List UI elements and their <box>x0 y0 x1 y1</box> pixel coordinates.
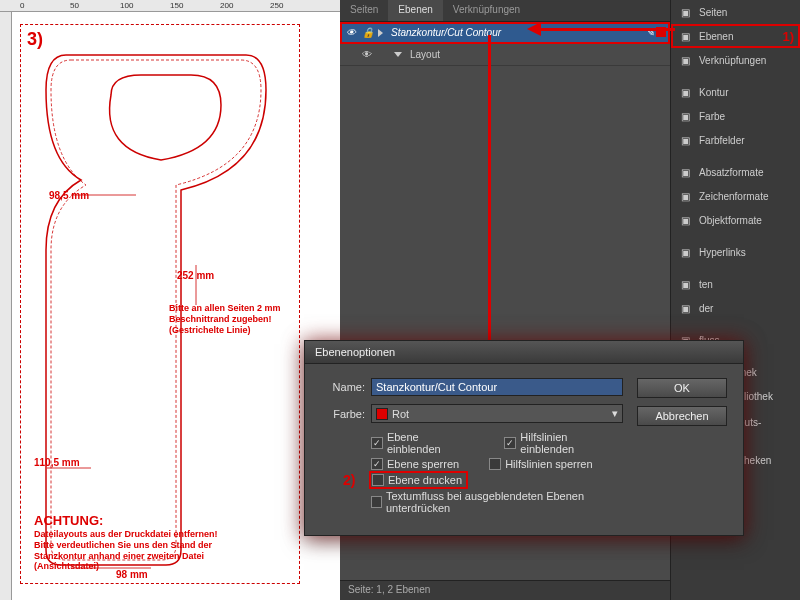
side-item-label: Hyperlinks <box>699 247 746 258</box>
para-styles-icon: ▣ <box>677 164 693 180</box>
name-label: Name: <box>321 381 365 393</box>
checkbox-textwrap[interactable] <box>371 496 382 508</box>
annotation-arrow <box>540 28 675 31</box>
canvas[interactable]: 3) 98,5 mm 252 mm Bitte an allen Seiten … <box>12 12 340 600</box>
color-label: Farbe: <box>321 408 365 420</box>
color-swatch <box>376 408 388 420</box>
checkbox-lock-layer[interactable] <box>371 458 383 470</box>
dim-top: 98,5 mm <box>49 190 89 201</box>
warning-text: Dateilayouts aus der Druckdatei entferne… <box>34 529 264 572</box>
tab-layers[interactable]: Ebenen <box>388 0 442 21</box>
side-item-kontur[interactable]: ▣Kontur <box>671 80 800 104</box>
dim-left: 110,5 mm <box>34 457 80 468</box>
arrow-head <box>527 22 541 36</box>
side-item-label: Kontur <box>699 87 728 98</box>
side-item-label: Zeichenformate <box>699 191 768 202</box>
tab-pages[interactable]: Seiten <box>340 0 388 21</box>
dim-bottom: 98 mm <box>116 569 148 580</box>
layer-options-dialog: Ebenenoptionen Name: Farbe: Rot ▾ Ebene … <box>304 340 744 536</box>
dialog-title: Ebenenoptionen <box>305 341 743 364</box>
side-item-objektformate[interactable]: ▣Objektformate <box>671 208 800 232</box>
warning-title: ACHTUNG: <box>34 513 103 528</box>
links-icon: ▣ <box>677 52 693 68</box>
side-item-label: ten <box>699 279 713 290</box>
generic-icon: ▣ <box>677 300 693 316</box>
side-item-label: Seiten <box>699 7 727 18</box>
expand-icon[interactable] <box>394 52 402 57</box>
swatches-icon: ▣ <box>677 132 693 148</box>
layer-name-input[interactable] <box>371 378 623 396</box>
vertical-ruler <box>0 12 12 600</box>
step-3-label: 3) <box>27 29 43 50</box>
ok-button[interactable]: OK <box>637 378 727 398</box>
cancel-button[interactable]: Abbrechen <box>637 406 727 426</box>
side-item-label: Farbe <box>699 111 725 122</box>
side-item-absatzformate[interactable]: ▣Absatzformate <box>671 160 800 184</box>
side-item-seiten[interactable]: ▣Seiten <box>671 0 800 24</box>
layers-icon: ▣ <box>677 28 693 44</box>
side-item-ten[interactable]: ▣ten <box>671 272 800 296</box>
step-1-label: 1) <box>782 29 794 44</box>
stroke-icon: ▣ <box>677 84 693 100</box>
side-item-label: der <box>699 303 713 314</box>
step-2-label: 2) <box>343 472 355 488</box>
side-item-hyperlinks[interactable]: ▣Hyperlinks <box>671 240 800 264</box>
layer-row-layout[interactable]: 👁 Layout <box>340 44 670 66</box>
layer-row-cutcontour[interactable]: 👁 🔒 Stanzkontur/Cut Contour ✎ <box>340 22 670 44</box>
side-item-farbe[interactable]: ▣Farbe <box>671 104 800 128</box>
pages-icon: ▣ <box>677 4 693 20</box>
color-icon: ▣ <box>677 108 693 124</box>
expand-icon[interactable] <box>378 29 383 37</box>
lock-slot[interactable] <box>377 48 391 62</box>
generic-icon: ▣ <box>677 276 693 292</box>
tab-links[interactable]: Verknüpfungen <box>443 0 530 21</box>
checkbox-lock-guides[interactable] <box>489 458 501 470</box>
side-item-der[interactable]: ▣der <box>671 296 800 320</box>
checkbox-print-layer[interactable] <box>372 474 384 486</box>
side-item-label: Ebenen <box>699 31 733 42</box>
side-item-ebenen[interactable]: ▣Ebenen1) <box>671 24 800 48</box>
visibility-icon[interactable]: 👁 <box>360 48 374 62</box>
hyperlinks-icon: ▣ <box>677 244 693 260</box>
dim-mid: 252 mm <box>177 270 214 281</box>
side-item-zeichenformate[interactable]: ▣Zeichenformate <box>671 184 800 208</box>
side-item-farbfelder[interactable]: ▣Farbfelder <box>671 128 800 152</box>
side-item-label: Farbfelder <box>699 135 745 146</box>
annotation-arrow <box>488 35 491 345</box>
document-area: 0 50 100 150 200 250 3) 98,5 mm 252 mm B… <box>0 0 340 600</box>
bleed-note: Bitte an allen Seiten 2 mm Beschnittrand… <box>169 303 281 335</box>
dropdown-icon: ▾ <box>612 407 618 420</box>
horizontal-ruler: 0 50 100 150 200 250 <box>0 0 340 12</box>
panel-footer: Seite: 1, 2 Ebenen <box>340 580 670 600</box>
checkbox-show-guides[interactable] <box>504 437 516 449</box>
lock-icon[interactable]: 🔒 <box>361 26 375 40</box>
side-item-label: Verknüpfungen <box>699 55 766 66</box>
side-item-label: Absatzformate <box>699 167 763 178</box>
die-cut-template: 3) 98,5 mm 252 mm Bitte an allen Seiten … <box>20 24 300 584</box>
char-styles-icon: ▣ <box>677 188 693 204</box>
checkbox-show-layer[interactable] <box>371 437 383 449</box>
side-item-label: Objektformate <box>699 215 762 226</box>
obj-styles-icon: ▣ <box>677 212 693 228</box>
layer-name: Layout <box>406 49 666 60</box>
panel-tabs: Seiten Ebenen Verknüpfungen <box>340 0 670 22</box>
color-select[interactable]: Rot ▾ <box>371 404 623 423</box>
side-item-verkn-pfungen[interactable]: ▣Verknüpfungen <box>671 48 800 72</box>
visibility-icon[interactable]: 👁 <box>344 26 358 40</box>
